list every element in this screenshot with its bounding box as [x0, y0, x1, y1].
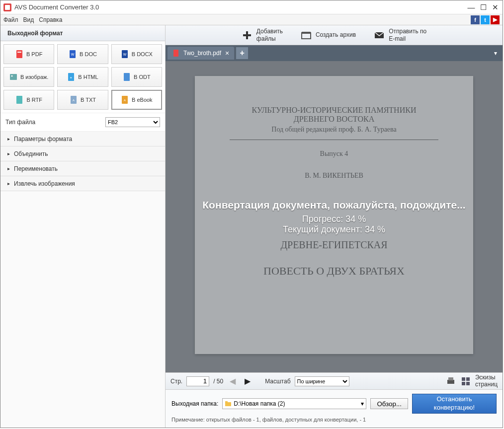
filetype-label: Тип файла: [5, 119, 105, 126]
overlay-message: Конвертация документа, пожалуйста, подож…: [202, 199, 465, 211]
preview-area: КУЛЬТУРНО-ИСТОРИЧЕСКИЕ ПАМЯТНИКИ ДРЕВНЕГ…: [166, 61, 503, 372]
youtube-icon[interactable]: ▶: [491, 15, 500, 24]
format-label: В DOCX: [132, 51, 153, 57]
status-note: Примечание: открытых файлов - 1, файлов,…: [171, 417, 497, 423]
docx-icon: W: [121, 50, 129, 58]
overlay-progress: Прогресс: 34 %: [302, 214, 366, 224]
format-txt-button[interactable]: AВ TXT: [57, 90, 108, 110]
tab-label: Two_broth.pdf: [183, 50, 221, 57]
svg-rect-31: [225, 401, 228, 403]
bottom-bar: Выходная папка: D:\Новая папка (2) ▾ Обз…: [166, 389, 503, 428]
svg-rect-24: [447, 380, 454, 384]
output-format-header: Выходной формат: [0, 25, 165, 41]
send-email-button[interactable]: Отправить по E-mail: [374, 28, 426, 42]
tabbar: Two_broth.pdf × + ▾: [166, 45, 503, 61]
svg-rect-2: [16, 50, 22, 58]
svg-rect-27: [466, 377, 470, 381]
zoom-select[interactable]: По ширине: [295, 376, 349, 386]
overlay-current-doc: Текущий документ: 34 %: [283, 224, 385, 235]
accordion-label: Объединить: [14, 150, 48, 157]
format-label: В изображ.: [20, 74, 49, 80]
accordion-group: ▸Параметры формата ▸Объединить ▸Переимен…: [0, 132, 165, 191]
format-docx-button[interactable]: WВ DOCX: [111, 44, 162, 64]
format-grid: В PDF WВ DOC WВ DOCX В изображ. eВ HTML …: [0, 41, 165, 113]
accordion-rename[interactable]: ▸Переименовать: [0, 161, 165, 176]
plus-icon: [242, 30, 252, 41]
close-button[interactable]: ✕: [491, 3, 500, 12]
format-label: В TXT: [81, 97, 96, 103]
twitter-icon[interactable]: t: [481, 15, 490, 24]
format-image-button[interactable]: В изображ.: [3, 67, 54, 87]
chevron-right-icon: ▸: [7, 166, 10, 171]
svg-rect-12: [124, 73, 130, 81]
svg-rect-26: [462, 377, 465, 381]
conversion-overlay: Конвертация документа, пожалуйста, подож…: [166, 61, 503, 372]
svg-text:W: W: [123, 53, 126, 56]
txt-icon: A: [70, 96, 78, 104]
format-doc-button[interactable]: WВ DOC: [57, 44, 108, 64]
app-icon: [3, 3, 11, 11]
menu-view[interactable]: Вид: [23, 16, 34, 23]
window-title: AVS Document Converter 3.0: [14, 3, 464, 11]
format-odt-button[interactable]: В ODT: [111, 67, 162, 87]
chevron-right-icon: ▸: [7, 136, 10, 142]
format-pdf-button[interactable]: В PDF: [3, 44, 54, 64]
thumbnails-icon[interactable]: [460, 376, 471, 387]
topbar: Добавить файлы Создать архив Отправить п…: [166, 25, 503, 45]
menu-help[interactable]: Справка: [39, 16, 62, 23]
ebook-icon: A: [121, 96, 129, 104]
add-files-button[interactable]: Добавить файлы: [242, 28, 283, 42]
svg-rect-3: [17, 52, 21, 53]
format-label: В eBook: [132, 97, 153, 103]
svg-rect-28: [462, 382, 465, 385]
doc-icon: W: [69, 50, 77, 58]
format-label: В HTML: [78, 74, 98, 80]
svg-rect-29: [466, 382, 470, 385]
output-folder-label: Выходная папка:: [171, 400, 218, 407]
add-tab-button[interactable]: +: [236, 47, 248, 59]
mail-icon: [374, 30, 385, 41]
button-label: Остановить конвертацию!: [434, 395, 475, 412]
output-folder-path: D:\Новая папка (2): [234, 400, 285, 407]
pdf-icon: [15, 50, 23, 58]
stop-conversion-button[interactable]: Остановить конвертацию!: [412, 394, 497, 414]
menu-file[interactable]: Файл: [3, 16, 18, 23]
tab-dropdown-icon[interactable]: ▾: [491, 48, 501, 58]
svg-rect-19: [243, 34, 251, 36]
filetype-select[interactable]: FB2: [105, 117, 160, 127]
prev-page-button[interactable]: ◀: [227, 376, 238, 387]
page-total: / 50: [213, 378, 223, 385]
print-icon[interactable]: [445, 376, 456, 387]
menubar: Файл Вид Справка f t ▶: [0, 14, 503, 25]
left-panel: Выходной формат В PDF WВ DOC WВ DOCX В и…: [0, 25, 166, 428]
format-ebook-button[interactable]: AВ eBook: [111, 90, 162, 110]
maximize-button[interactable]: ☐: [479, 3, 488, 12]
titlebar: AVS Document Converter 3.0 — ☐ ✕: [0, 0, 503, 14]
output-folder-field[interactable]: D:\Новая папка (2) ▾: [222, 398, 366, 409]
accordion-label: Параметры формата: [14, 136, 72, 143]
svg-text:A: A: [73, 99, 75, 102]
page-label: Стр.: [170, 378, 182, 385]
accordion-merge[interactable]: ▸Объединить: [0, 146, 165, 161]
format-rtf-button[interactable]: В RTF: [3, 90, 54, 110]
facebook-icon[interactable]: f: [471, 15, 480, 24]
svg-text:A: A: [124, 99, 126, 102]
navigation-bar: Стр. / 50 ◀ ▶ Масштаб По ширине Эскизы с…: [166, 372, 503, 389]
page-input[interactable]: [186, 376, 209, 386]
browse-button[interactable]: Обзор...: [370, 398, 408, 409]
svg-rect-25: [448, 377, 453, 380]
accordion-extract-images[interactable]: ▸Извлечь изображения: [0, 176, 165, 191]
next-page-button[interactable]: ▶: [242, 376, 253, 387]
html-icon: e: [67, 73, 75, 81]
accordion-label: Переименовать: [14, 165, 58, 172]
minimize-button[interactable]: —: [467, 3, 476, 12]
create-archive-button[interactable]: Создать архив: [301, 30, 356, 41]
zoom-label: Масштаб: [265, 378, 290, 385]
accordion-label: Извлечь изображения: [14, 180, 75, 187]
document-tab[interactable]: Two_broth.pdf ×: [168, 47, 234, 60]
tab-close-icon[interactable]: ×: [225, 49, 229, 57]
rtf-icon: [15, 96, 23, 104]
accordion-format-params[interactable]: ▸Параметры формата: [0, 132, 165, 146]
chevron-down-icon[interactable]: ▾: [361, 400, 364, 407]
format-html-button[interactable]: eВ HTML: [57, 67, 108, 87]
